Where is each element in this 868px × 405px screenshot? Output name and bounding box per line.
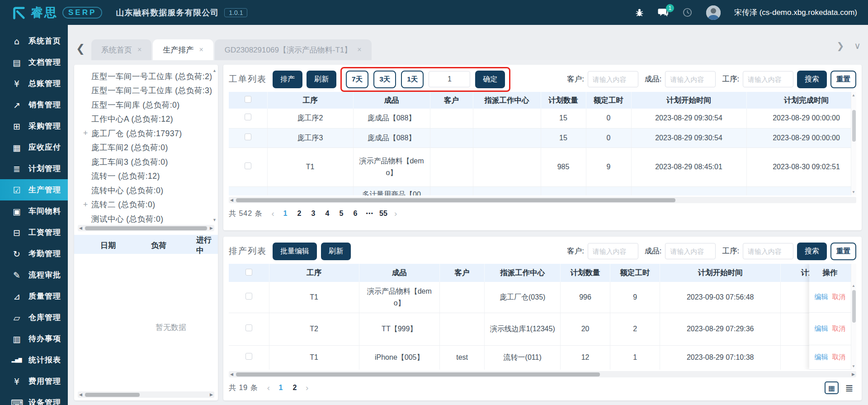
page-6[interactable]: 6 [350,208,361,219]
page-2[interactable]: 2 [289,382,300,394]
tab-close-icon[interactable]: × [199,46,203,54]
confirm-button[interactable]: 确定 [475,71,505,88]
grid-view-icon[interactable]: ▦ [825,381,839,394]
table-row[interactable]: 庞工序3庞成品【088】1502023-08-29 09:30:542023-0… [229,128,856,148]
scrollbar-thumb[interactable] [852,290,856,323]
scroll-up-icon[interactable]: ▲ [852,284,855,288]
page-1[interactable]: 1 [275,382,286,394]
sidebar-item-统计报表[interactable]: ▂▅▇统计报表 [0,349,68,371]
scroll-down-icon[interactable]: ▼ [852,364,855,368]
scroll-down-icon[interactable]: ▼ [852,190,855,194]
clock-icon[interactable] [682,7,693,18]
scroll-left-icon[interactable]: ◀ [79,392,82,397]
sidebar-item-应收应付[interactable]: ▦应收应付 [0,137,68,158]
scrollbar-thumb[interactable] [236,372,600,376]
select-all-checkbox[interactable] [245,96,251,103]
sidebar-item-采购管理[interactable]: ⊞采购管理 [0,115,68,137]
expand-icon[interactable]: + [80,200,91,210]
tab-生产排产[interactable]: 生产排产× [153,39,213,60]
filter-input-工序[interactable] [743,243,793,259]
scroll-up-icon[interactable]: ▲ [852,93,855,97]
page-55[interactable]: 55 [378,208,389,219]
next-page-icon[interactable]: › [303,383,311,393]
reset-button[interactable]: 重置 [830,71,856,88]
tab-GD2308291069【演示产品物料-T1】[interactable]: GD2308291069【演示产品物料-T1】× [215,39,372,60]
page-3[interactable]: 3 [308,208,319,219]
page-5[interactable]: 5 [336,208,347,219]
sidebar-item-考勤管理[interactable]: ↻考勤管理 [0,243,68,264]
refresh-button[interactable]: 刷新 [321,243,351,260]
sidebar-item-仓库管理[interactable]: ▱仓库管理 [0,307,68,328]
cancel-link[interactable]: 取消 [832,353,846,362]
edit-link[interactable]: 编辑 [815,353,828,362]
scrollbar-thumb[interactable] [85,226,207,230]
filter-input-客户[interactable] [588,71,638,87]
select-all-checkbox[interactable] [245,269,252,276]
table-row[interactable]: 庞工序2庞成品【088】1502023-08-29 09:30:542023-0… [229,109,856,128]
row-checkbox[interactable] [245,114,251,120]
expand-icon[interactable]: + [80,129,91,138]
row-checkbox[interactable] [245,353,252,360]
quick-day-button-1天[interactable]: 1天 [401,71,424,88]
table-row[interactable]: T2TT【999】演示线边库1(12345)2022023-08-29 07:2… [229,313,856,345]
tabs-dropdown-icon[interactable]: ∨ [854,40,861,51]
message-icon[interactable]: 1 [658,8,669,18]
filter-input-成品[interactable] [665,243,716,259]
page-1[interactable]: 1 [280,208,291,219]
scroll-down-icon[interactable]: ▼ [212,218,217,222]
scroll-left-icon[interactable]: ◀ [79,226,82,230]
workcenter-item[interactable]: 庞工车间3 (总负荷:0) [80,155,212,169]
sidebar-item-计划管理[interactable]: ≣计划管理 [0,158,68,179]
sidebar-item-生产管理[interactable]: ☑生产管理 [0,179,68,200]
schedule-button[interactable]: 排产 [273,71,302,88]
workcenter-item[interactable]: +流转二 (总负荷:0) [80,198,212,212]
sidebar-item-设备管理[interactable]: ⌨设备管理 [0,392,68,405]
username[interactable]: 宋传泽 (cs-demo.xbg.rokedata.com) [734,7,857,18]
row-checkbox[interactable] [245,324,252,331]
quick-day-button-3天[interactable]: 3天 [373,71,396,88]
page-4[interactable]: 4 [322,208,333,219]
batch-edit-button[interactable]: 批量编辑 [273,243,317,260]
prev-page-icon[interactable]: ‹ [269,209,277,219]
sidebar-item-文档管理[interactable]: ▤文档管理 [0,52,68,73]
sidebar-item-流程审批[interactable]: ✎流程审批 [0,264,68,286]
cancel-link[interactable]: 取消 [832,293,846,301]
row-checkbox[interactable] [245,162,251,169]
sidebar-item-系统首页[interactable]: ⌂系统首页 [0,30,68,52]
sidebar-item-总账管理[interactable]: ¥总账管理 [0,73,68,94]
sidebar-item-待办事项[interactable]: ▥待办事项 [0,328,68,349]
quick-day-button-7天[interactable]: 7天 [346,71,368,88]
workcenter-item[interactable]: 压型一车间一号工位库 (总负荷:2) [80,69,212,84]
row-checkbox[interactable] [245,293,252,300]
tab-系统首页[interactable]: 系统首页× [91,39,151,60]
scroll-right-icon[interactable]: ▶ [210,226,213,230]
next-page-icon[interactable]: › [392,209,399,219]
days-input[interactable] [429,71,470,87]
bug-icon[interactable] [635,8,644,17]
avatar[interactable] [706,5,721,20]
workcenter-item[interactable]: 流转中心 (总负荷:0) [80,183,212,198]
filter-input-成品[interactable] [665,71,716,87]
scrollbar-thumb[interactable] [236,198,675,202]
prev-page-icon[interactable]: ‹ [265,383,272,393]
reset-button[interactable]: 重置 [830,243,856,260]
filter-input-客户[interactable] [588,243,638,259]
table-row[interactable]: T1演示产品物料【demo】98592023-08-29 08:45:01202… [229,148,856,186]
cancel-link[interactable]: 取消 [832,324,846,333]
scrollbar-thumb[interactable] [85,393,140,397]
edit-link[interactable]: 编辑 [815,324,828,333]
scroll-right-icon[interactable]: ▶ [210,392,213,397]
tab-close-icon[interactable]: × [357,46,361,54]
sidebar-item-销售管理[interactable]: ↗销售管理 [0,94,68,115]
scrollbar-thumb[interactable] [852,110,856,142]
edit-link[interactable]: 编辑 [815,293,828,301]
tab-close-icon[interactable]: × [137,46,142,54]
sidebar-item-车间物料[interactable]: ▣车间物料 [0,200,68,222]
table-row[interactable]: TX-入库工序多计量用商品【009】多计量测6.9902023-08-29 08… [229,186,856,195]
workcenter-item[interactable]: 工作中心A (总负荷:12) [80,112,212,127]
workcenter-item[interactable]: 压型一车间库 (总负荷:0) [80,98,212,112]
search-button[interactable]: 搜索 [797,243,827,260]
workcenter-item[interactable]: 测试中心 (总负荷:0) [80,212,212,224]
row-checkbox[interactable] [245,133,251,140]
refresh-button[interactable]: 刷新 [307,71,336,88]
